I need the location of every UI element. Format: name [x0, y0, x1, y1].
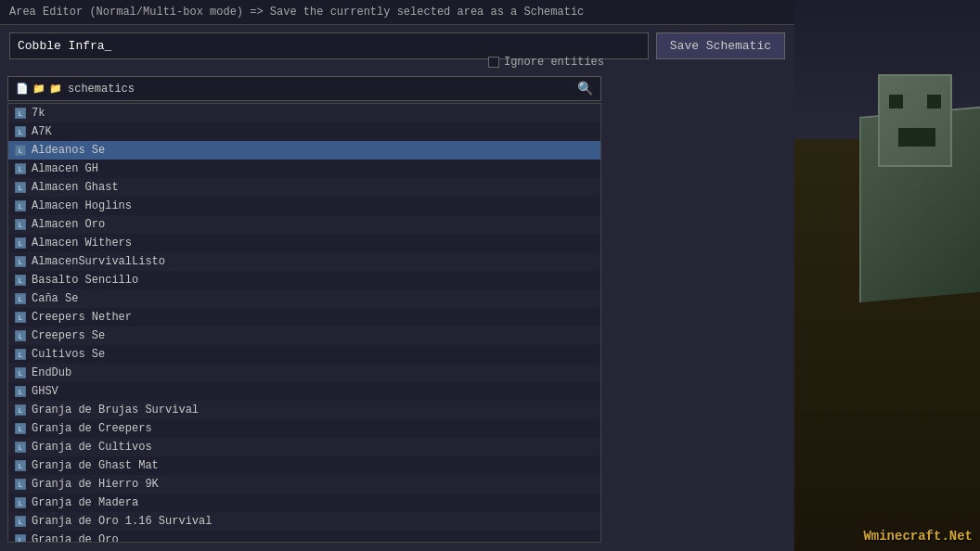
file-item-icon: L — [14, 181, 27, 194]
game-view: Wminecraft.Net — [794, 0, 980, 551]
file-item-icon: L — [14, 162, 27, 175]
path-icons: 📄 📁 📁 — [16, 83, 62, 95]
path-text: schematics — [68, 83, 572, 96]
title-bar: Area Editor (Normal/Multi-box mode) => S… — [0, 0, 794, 25]
file-item-name: A7K — [32, 125, 52, 138]
file-item-icon: L — [14, 311, 27, 324]
file-item-name: Almacen Ghast — [32, 181, 119, 194]
file-browser: 📄 📁 📁 schematics 🔍 L7kLA7KLAldeanos SeLA… — [7, 76, 601, 544]
file-item-icon: L — [14, 107, 27, 120]
file-item-name: Cultivos Se — [32, 348, 105, 361]
file-item[interactable]: LBasalto Sencillo — [8, 271, 600, 289]
title-text: Area Editor (Normal/Multi-box mode) => S… — [9, 6, 584, 19]
ignore-entities-label: Ignore entities — [504, 56, 604, 69]
file-item-icon: L — [14, 496, 27, 509]
file-item-icon: L — [14, 422, 27, 435]
file-item-name: Granja de Madera — [32, 496, 138, 509]
folder-icon-2: 📁 — [49, 83, 62, 95]
file-item-icon: L — [14, 385, 27, 398]
file-item[interactable]: LGranja de Ghast Mat — [8, 456, 600, 475]
file-item[interactable]: LCreepers Se — [8, 327, 600, 345]
file-item-icon: L — [14, 144, 27, 157]
file-item[interactable]: LCultivos Se — [8, 345, 600, 364]
file-item[interactable]: LGranja de Oro — [8, 531, 600, 543]
file-item[interactable]: LAldeanos Se — [8, 141, 600, 160]
file-item[interactable]: LGranja de Brujas Survival — [8, 401, 600, 419]
file-item-name: Almacen GH — [32, 162, 98, 175]
file-item-name: Aldeanos Se — [32, 144, 105, 157]
block-face — [878, 74, 952, 167]
file-item[interactable]: LGranja de Madera — [8, 493, 600, 512]
file-item-icon: L — [14, 366, 27, 379]
file-item-name: AlmacenSurvivalListo — [32, 255, 165, 268]
file-item-icon: L — [14, 533, 27, 543]
file-item-name: Almacen Oro — [32, 218, 105, 231]
file-item[interactable]: LGHSV — [8, 382, 600, 401]
file-item-name: Granja de Oro — [32, 533, 119, 543]
file-item[interactable]: LAlmacen Hoglins — [8, 197, 600, 215]
file-item-icon: L — [14, 478, 27, 491]
save-schematic-button[interactable]: Save Schematic — [656, 32, 785, 59]
ignore-entities-checkbox[interactable] — [488, 57, 499, 68]
file-item[interactable]: LAlmacen Ghast — [8, 178, 600, 197]
file-item[interactable]: LAlmacen Withers — [8, 234, 600, 252]
file-item[interactable]: LEndDub — [8, 364, 600, 382]
file-item[interactable]: L7k — [8, 104, 600, 122]
file-item-icon: L — [14, 125, 27, 138]
creeper-eye-left — [889, 95, 903, 109]
file-item[interactable]: LCreepers Nether — [8, 308, 600, 327]
file-item-name: Almacen Hoglins — [32, 199, 132, 212]
file-item[interactable]: LGranja de Creepers — [8, 419, 600, 438]
file-item[interactable]: LGranja de Cultivos — [8, 438, 600, 456]
file-item[interactable]: LAlmacenSurvivalListo — [8, 252, 600, 271]
file-item[interactable]: LCaña Se — [8, 289, 600, 308]
file-item-name: Granja de Hierro 9K — [32, 478, 159, 491]
file-list[interactable]: L7kLA7KLAldeanos SeLAlmacen GHLAlmacen G… — [7, 103, 601, 543]
file-item-icon: L — [14, 255, 27, 268]
file-item[interactable]: LAlmacen Oro — [8, 215, 600, 234]
file-item-name: Granja de Ghast Mat — [32, 459, 159, 472]
file-item-icon: L — [14, 199, 27, 212]
file-item-icon: L — [14, 329, 27, 342]
file-item-name: Almacen Withers — [32, 237, 132, 250]
file-item-name: Creepers Nether — [32, 311, 132, 324]
file-item-icon: L — [14, 292, 27, 305]
file-item-name: EndDub — [32, 366, 71, 379]
main-container: Area Editor (Normal/Multi-box mode) => S… — [0, 0, 980, 551]
file-item[interactable]: LAlmacen GH — [8, 160, 600, 178]
file-item-icon: L — [14, 237, 27, 250]
file-item-name: Caña Se — [32, 292, 78, 305]
folder-icon-1: 📁 — [32, 83, 45, 95]
schematic-name-row: Save Schematic — [0, 25, 794, 67]
game-view-inner — [794, 0, 980, 551]
file-item-icon: L — [14, 515, 27, 528]
watermark: Wminecraft.Net — [863, 529, 973, 544]
file-item-name: Basalto Sencillo — [32, 274, 138, 287]
file-item-name: Creepers Se — [32, 329, 105, 342]
left-panel: Area Editor (Normal/Multi-box mode) => S… — [0, 0, 794, 551]
file-item-icon: L — [14, 459, 27, 472]
file-item-icon: L — [14, 274, 27, 287]
file-item-name: GHSV — [32, 385, 58, 398]
file-item[interactable]: LA7K — [8, 122, 600, 141]
ignore-entities-row: Ignore entities — [488, 56, 604, 69]
file-item[interactable]: LGranja de Oro 1.16 Survival — [8, 512, 600, 531]
file-item-icon: L — [14, 404, 27, 416]
file-item-icon: L — [14, 441, 27, 454]
path-bar: 📄 📁 📁 schematics 🔍 — [7, 76, 601, 101]
creeper-mouth — [898, 128, 935, 147]
file-item-name: 7k — [32, 107, 45, 120]
file-item[interactable]: LGranja de Hierro 9K — [8, 475, 600, 493]
file-item-icon: L — [14, 348, 27, 361]
file-item-name: Granja de Creepers — [32, 422, 152, 435]
creeper-eye-right — [927, 95, 941, 109]
file-item-icon: L — [14, 218, 27, 231]
file-item-name: Granja de Oro 1.16 Survival — [32, 515, 212, 528]
file-item-name: Granja de Brujas Survival — [32, 404, 199, 416]
file-small-icon: 📄 — [16, 83, 29, 95]
path-search-icon[interactable]: 🔍 — [577, 81, 593, 96]
file-item-name: Granja de Cultivos — [32, 441, 152, 454]
